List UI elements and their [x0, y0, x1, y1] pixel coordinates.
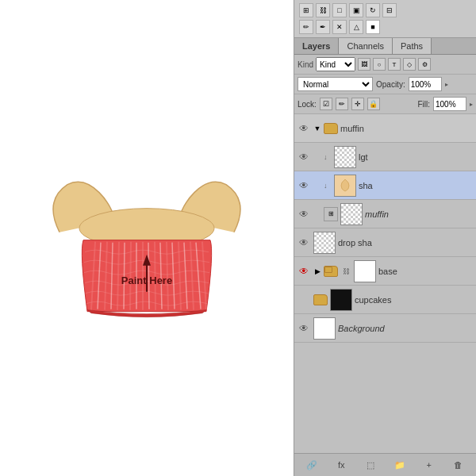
toolbar-icon-refresh[interactable]: ↻ [366, 3, 380, 17]
eye-muffin-group[interactable]: 👁 [297, 121, 311, 136]
layer-name-muffin-group: muffin [340, 124, 474, 133]
toolbar-icon-square2[interactable]: ■ [366, 20, 380, 34]
filter-icon-adjust[interactable]: ⚙ [418, 58, 431, 71]
layer-muffin[interactable]: 👁 ⊞ muffin [294, 200, 476, 228]
thumb-background [313, 317, 336, 340]
bottom-new-layer-btn[interactable]: + [421, 457, 437, 473]
tabs-row: Layers Channels Paths [294, 38, 476, 55]
toolbar-row-2: ✏ ✒ ✕ △ ■ [299, 20, 471, 34]
layer-background[interactable]: 👁 Background [294, 314, 476, 343]
eye-background[interactable]: 👁 [297, 321, 311, 336]
blend-mode-select[interactable]: Normal [298, 77, 373, 91]
opacity-arrow[interactable]: ▸ [445, 81, 448, 88]
bottom-toolbar: 🔗 fx ⬚ 📁 + 🗑 [294, 453, 476, 476]
opacity-label: Opacity: [376, 80, 405, 89]
thumb-muffin-layer [340, 203, 363, 225]
eye-cupcakes-off[interactable] [297, 293, 311, 307]
toolbar-icon-brush2[interactable]: ✒ [316, 20, 330, 34]
panel-area: ⊞ ⛓ □ ▣ ↻ ⊟ ✏ ✒ ✕ △ ■ Layers Channels Pa… [294, 0, 476, 476]
folder-icon-muffin [324, 123, 338, 134]
toolbar-icon-grid2[interactable]: ⊟ [382, 3, 397, 17]
bottom-link-btn[interactable]: 🔗 [304, 457, 320, 473]
toolbar-icon-square[interactable]: □ [332, 3, 347, 17]
layer-cupcakes-group[interactable]: cupcakes [294, 286, 476, 314]
fill-arrow[interactable]: ▸ [470, 101, 473, 108]
clip-sha: ↓ [324, 182, 332, 190]
bottom-mask-btn[interactable]: ⬚ [363, 457, 378, 473]
tab-layers[interactable]: Layers [294, 38, 339, 54]
toolbar-icon-grid[interactable]: ⊞ [299, 3, 313, 17]
thumb-drop-sha [313, 232, 336, 254]
layer-base-group[interactable]: 👁 ▶ ⛓ base [294, 257, 476, 286]
filter-icon-circle[interactable]: ○ [373, 58, 386, 71]
toolbar-icon-triangle[interactable]: △ [349, 20, 363, 34]
folder-icon-base [324, 266, 338, 277]
tab-channels[interactable]: Channels [339, 38, 392, 54]
top-toolbar: ⊞ ⛓ □ ▣ ↻ ⊟ ✏ ✒ ✕ △ ■ [294, 0, 476, 38]
eye-base-group[interactable]: 👁 [297, 264, 311, 278]
lock-label: Lock: [298, 100, 317, 109]
link-base: ⛓ [340, 266, 351, 277]
folder-icon-cupcakes [313, 294, 328, 305]
group-arrow-base[interactable]: ▶ [313, 267, 321, 275]
lock-position-btn[interactable]: ✛ [351, 98, 364, 110]
tab-paths[interactable]: Paths [393, 38, 432, 54]
bottom-fx-btn[interactable]: fx [333, 457, 349, 473]
layer-lgt[interactable]: 👁 ↓ lgt [294, 143, 476, 171]
layer-name-muffin: muffin [365, 209, 474, 219]
layers-list: 👁 ▼ muffin 👁 ↓ lgt 👁 ↓ sha [294, 114, 476, 453]
opacity-input[interactable] [409, 77, 442, 91]
thumb-lgt [334, 146, 356, 168]
group-arrow-muffin[interactable]: ▼ [313, 125, 321, 132]
fill-input[interactable] [433, 97, 466, 111]
cupcake-illustration: Paint Here [36, 137, 258, 362]
fill-label: Fill: [417, 100, 430, 109]
layer-drop-sha[interactable]: 👁 drop sha [294, 228, 476, 257]
layer-muffin-group[interactable]: 👁 ▼ muffin [294, 114, 476, 143]
toolbar-icon-chain[interactable]: ⛓ [316, 3, 330, 17]
muffin-grid-icon: ⊞ [324, 207, 338, 221]
layer-sha[interactable]: 👁 ↓ sha [294, 171, 476, 200]
toolbar-row-1: ⊞ ⛓ □ ▣ ↻ ⊟ [299, 3, 471, 17]
layer-name-background: Background [338, 324, 474, 333]
filter-kind-label: Kind [298, 60, 313, 69]
filter-kind-select[interactable]: Kind [316, 57, 355, 71]
blend-mode-row: Normal Opacity: ▸ [294, 75, 476, 94]
filter-icon-image[interactable]: 🖼 [358, 58, 370, 71]
layer-name-cupcakes: cupcakes [355, 295, 474, 305]
thumb-sha [334, 175, 356, 197]
toolbar-icon-brush[interactable]: ✏ [299, 20, 313, 34]
toolbar-icon-monitor[interactable]: ▣ [349, 3, 363, 17]
clip-lgt: ↓ [324, 153, 332, 161]
filter-icon-shape[interactable]: ◇ [403, 58, 416, 71]
filter-row: Kind Kind 🖼 ○ T ◇ ⚙ [294, 55, 476, 75]
layer-name-drop-sha: drop sha [338, 238, 474, 248]
eye-lgt[interactable]: 👁 [297, 150, 311, 164]
filter-icon-text[interactable]: T [388, 58, 401, 71]
lock-image-btn[interactable]: ✏ [336, 98, 348, 110]
canvas-area: Paint Here [0, 0, 294, 476]
thumb-cupcakes [330, 289, 352, 311]
lock-transparent-btn[interactable]: ☑ [320, 98, 332, 110]
eye-muffin-layer[interactable]: 👁 [297, 207, 311, 221]
toolbar-icon-cross[interactable]: ✕ [332, 20, 347, 34]
lock-all-btn[interactable]: 🔒 [367, 98, 380, 110]
eye-sha[interactable]: 👁 [297, 178, 311, 193]
bottom-trash-btn[interactable]: 🗑 [451, 457, 466, 473]
thumb-base [354, 260, 376, 282]
layer-name-sha: sha [359, 181, 474, 190]
eye-drop-sha[interactable]: 👁 [297, 236, 311, 250]
lock-row: Lock: ☑ ✏ ✛ 🔒 Fill: ▸ [294, 94, 476, 114]
layer-name-base: base [378, 267, 474, 276]
bottom-folder-btn[interactable]: 📁 [392, 457, 408, 473]
layer-name-lgt: lgt [359, 152, 474, 162]
